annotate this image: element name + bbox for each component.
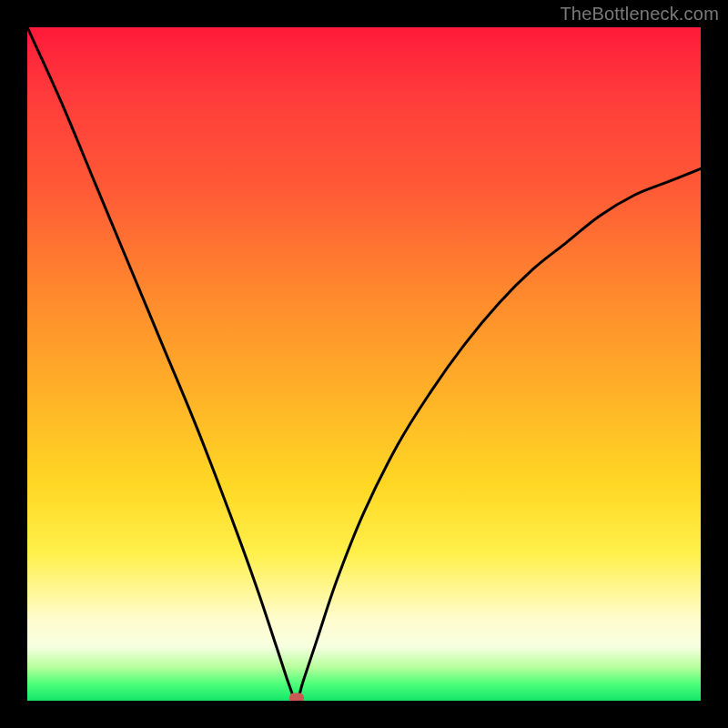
minimum-marker	[289, 693, 304, 702]
bottleneck-curve	[27, 27, 701, 701]
watermark-text: TheBottleneck.com	[560, 4, 719, 25]
plot-area	[27, 27, 701, 701]
curve-svg	[27, 27, 701, 701]
chart-frame: TheBottleneck.com	[0, 0, 728, 728]
